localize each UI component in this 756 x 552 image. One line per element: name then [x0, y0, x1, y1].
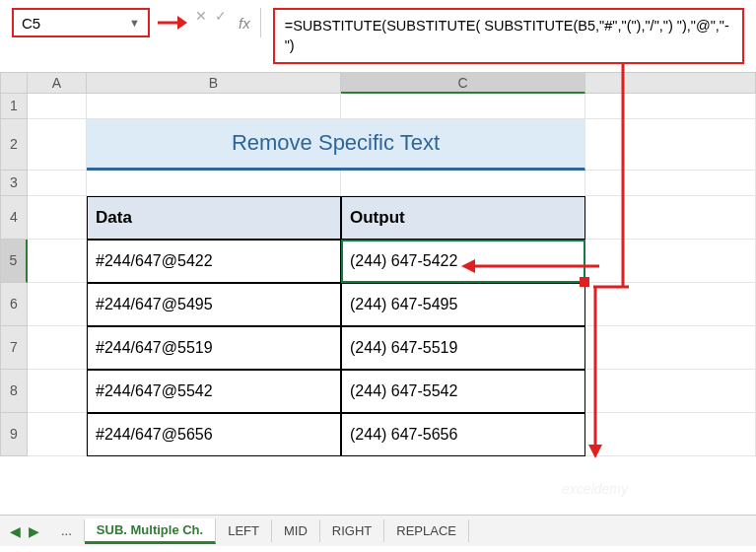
- row-header[interactable]: 6: [0, 283, 28, 326]
- row-header[interactable]: 4: [0, 196, 28, 240]
- cell[interactable]: [28, 370, 87, 413]
- formula-controls: ✕ ✓: [195, 8, 227, 24]
- cell[interactable]: [585, 413, 756, 456]
- cell[interactable]: [585, 94, 756, 119]
- col-header-b[interactable]: B: [87, 72, 341, 94]
- cell[interactable]: [28, 196, 87, 240]
- table-cell[interactable]: #244/647@5495: [87, 283, 341, 326]
- cell[interactable]: [585, 370, 756, 413]
- tab-replace[interactable]: REPLACE: [384, 519, 469, 542]
- page-title[interactable]: Remove Specific Text: [87, 119, 585, 171]
- fill-handle[interactable]: [580, 277, 589, 287]
- confirm-icon[interactable]: ✓: [215, 8, 227, 24]
- row-header[interactable]: 5: [0, 240, 28, 283]
- cell[interactable]: [585, 171, 756, 196]
- table-cell[interactable]: #244/647@5422: [87, 240, 341, 283]
- cell[interactable]: [28, 326, 87, 370]
- table-cell[interactable]: #244/647@5656: [87, 413, 341, 456]
- cell[interactable]: [585, 196, 756, 240]
- table-cell[interactable]: (244) 647-5495: [341, 283, 585, 326]
- cell[interactable]: [28, 94, 87, 119]
- cell[interactable]: [585, 119, 756, 171]
- cell[interactable]: [341, 171, 585, 196]
- cell[interactable]: [585, 240, 756, 283]
- table-cell[interactable]: (244) 647-5519: [341, 326, 585, 370]
- svg-marker-1: [177, 16, 187, 30]
- name-box-value: C5: [22, 15, 40, 32]
- col-header-c[interactable]: C: [341, 72, 585, 94]
- table-cell[interactable]: (244) 647-5656: [341, 413, 585, 456]
- cell[interactable]: [28, 240, 87, 283]
- tab-left[interactable]: LEFT: [216, 519, 272, 542]
- arrow-right-icon: [158, 8, 187, 37]
- cell[interactable]: [585, 326, 756, 370]
- name-box[interactable]: C5 ▼: [12, 8, 150, 37]
- row-header[interactable]: 2: [0, 119, 28, 171]
- table-header-data[interactable]: Data: [87, 196, 341, 240]
- tab-ellipsis[interactable]: ...: [49, 519, 85, 542]
- cell[interactable]: [87, 94, 341, 119]
- cell[interactable]: [87, 171, 341, 196]
- cell[interactable]: [28, 283, 87, 326]
- tab-nav-prev-icon[interactable]: ◀: [10, 523, 21, 539]
- cell[interactable]: [341, 94, 585, 119]
- table-cell[interactable]: #244/647@5519: [87, 326, 341, 370]
- fx-icon[interactable]: fx: [239, 8, 261, 37]
- cell[interactable]: [585, 283, 756, 326]
- tab-nav-next-icon[interactable]: ▶: [29, 523, 39, 539]
- spreadsheet-grid: A B C 1 2 3 4 5 6 7 8 9: [0, 72, 756, 456]
- tab-mid[interactable]: MID: [272, 519, 320, 542]
- select-all-cell[interactable]: [0, 72, 28, 94]
- cell[interactable]: [28, 119, 87, 171]
- chevron-down-icon[interactable]: ▼: [129, 17, 140, 29]
- row-header[interactable]: 1: [0, 94, 28, 119]
- col-header-d[interactable]: [585, 72, 756, 94]
- cancel-icon[interactable]: ✕: [195, 8, 207, 24]
- table-cell[interactable]: #244/647@5542: [87, 370, 341, 413]
- table-cell[interactable]: (244) 647-5542: [341, 370, 585, 413]
- tab-right[interactable]: RIGHT: [320, 519, 384, 542]
- table-header-output[interactable]: Output: [341, 196, 585, 240]
- table-cell[interactable]: (244) 647-5422: [341, 240, 585, 283]
- formula-input[interactable]: =SUBSTITUTE(SUBSTITUTE( SUBSTITUTE(B5,"#…: [273, 8, 744, 64]
- row-header[interactable]: 8: [0, 370, 28, 413]
- watermark: exceldemy: [562, 481, 628, 497]
- cell[interactable]: [28, 413, 87, 456]
- cell[interactable]: [28, 171, 87, 196]
- col-header-a[interactable]: A: [28, 72, 87, 94]
- row-header[interactable]: 9: [0, 413, 28, 456]
- row-header[interactable]: 3: [0, 171, 28, 196]
- sheet-tabs: ◀ ▶ ... SUB. Multiple Ch. LEFT MID RIGHT…: [0, 515, 756, 546]
- tab-active[interactable]: SUB. Multiple Ch.: [85, 518, 216, 544]
- row-header[interactable]: 7: [0, 326, 28, 370]
